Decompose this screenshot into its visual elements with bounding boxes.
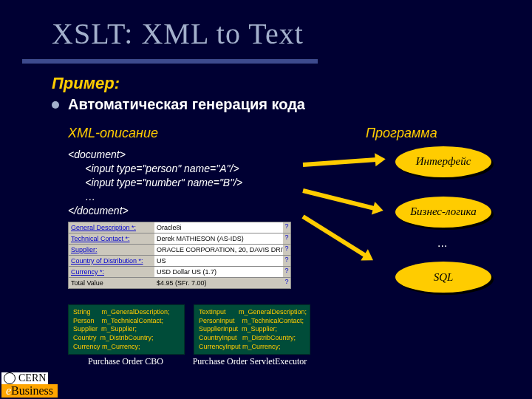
help-icon: ? [283,267,290,277]
form-value: US [154,256,283,266]
help-icon: ? [283,233,290,244]
code-boxes: String m_GeneralDescription; Person m_Te… [68,304,310,355]
bullet-icon [52,101,59,109]
ebusiness-logo: eBusiness [1,384,58,398]
business-text: Business [11,384,53,397]
cern-text: CERN [18,372,46,384]
caption-left: Purchase Order CBO [68,356,183,367]
bullet-text: Автоматическая генерация кода [68,96,305,113]
footer-logo: CERN eBusiness [1,372,58,398]
code-box-right: TextInput m_GeneralDescription; PersonIn… [194,304,310,355]
help-icon: ? [283,256,290,266]
globe-icon [4,372,16,384]
arrow-icon [303,157,377,167]
right-column-header: Программа [366,126,437,141]
slide-title: XSLT: XML to Text [52,16,304,51]
xml-code-block: <document> <input type="person" name="A"… [68,148,242,217]
arrow-icon [301,214,366,257]
oval-sql: SQL [395,262,491,293]
form-label: Technical Contact *: [69,233,154,244]
help-icon: ? [283,222,290,233]
cern-row: CERN [1,372,48,384]
title-underline [22,59,318,64]
form-total-value: $4.95 (SFr. 7.00) [154,278,283,288]
ellipsis: ... [437,236,447,250]
oval-logic: Бизнес-логика [395,197,491,228]
caption-row: Purchase Order CBO Purchase Order Servle… [68,356,307,367]
form-value: USD Dollar US (1.7) [154,267,283,277]
bullet-row: Автоматическая генерация кода [52,96,305,113]
left-column-header: XML-описание [68,126,158,141]
form-value: Oracle8i [154,222,283,233]
form-screenshot: General Description *: Oracle8i ? Techni… [68,222,291,289]
form-value: Derek MATHIESON (AS-IDS) [154,233,283,244]
code-box-left: String m_GeneralDescription; Person m_Te… [68,304,185,355]
help-icon: ? [283,245,290,255]
help-icon: ? [283,278,290,288]
caption-right: Purchase Order ServletExecutor [192,356,307,367]
arrow-icon [302,188,375,211]
oval-interface: Интерфейс [395,146,491,177]
form-label: General Description *: [69,222,154,233]
form-label: Supplier: [69,245,154,255]
form-label: Currency *: [69,267,154,277]
subtitle: Пример: [52,74,120,93]
form-value: ORACLE CORPORATION, 20, DAVIS DRIVE, CA … [154,245,283,255]
form-total-label: Total Value [69,278,154,288]
form-label: Country of Distribution *: [69,256,154,266]
